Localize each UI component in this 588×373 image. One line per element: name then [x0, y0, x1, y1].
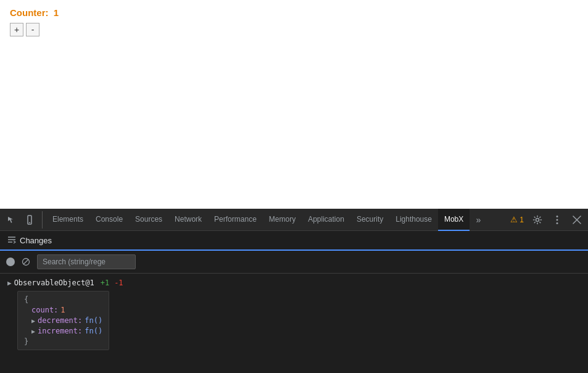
object-inspector: { count: 1 ▶ decrement: fn() ▶ increment… — [17, 291, 109, 350]
decrement-key: decrement: — [38, 316, 82, 325]
close-brace: } — [24, 337, 28, 346]
counter-label: Counter: 1 — [10, 7, 578, 18]
svg-point-5 — [557, 222, 558, 224]
increment-key: increment: — [38, 327, 82, 335]
svg-point-3 — [557, 216, 558, 217]
tab-security[interactable]: Security — [350, 209, 389, 231]
increment-button[interactable]: + — [10, 23, 23, 36]
main-page: Counter: 1 + - — [0, 0, 588, 209]
decrement-row: ▶ decrement: fn() — [31, 316, 102, 325]
tab-elements[interactable]: Elements — [46, 209, 89, 231]
decrement-button[interactable]: - — [26, 23, 39, 36]
tab-lighthouse[interactable]: Lighthouse — [389, 209, 438, 231]
observable-tree: ▶ ObservableObject@1 +1 -1 { count: 1 ▶ … — [0, 274, 588, 373]
tab-mobx[interactable]: MobX — [438, 209, 470, 231]
inspect-element-button[interactable] — [2, 211, 20, 228]
changes-icon — [7, 235, 16, 246]
svg-point-4 — [557, 219, 558, 220]
changes-title: Changes — [20, 236, 52, 245]
devtools-toolbar: Elements Console Sources Network Perform… — [0, 209, 588, 231]
increment-value: fn() — [85, 327, 102, 335]
tab-memory[interactable]: Memory — [263, 209, 302, 231]
observable-row: ▶ ObservableObject@1 +1 -1 — [7, 279, 581, 287]
observable-name: ObservableObject@1 — [14, 279, 94, 287]
search-input[interactable] — [37, 254, 136, 269]
clear-changes-button[interactable] — [20, 256, 32, 268]
tab-console[interactable]: Console — [89, 209, 129, 231]
changes-controls — [0, 251, 588, 274]
open-brace: { — [24, 295, 28, 304]
count-row: count: 1 — [31, 306, 102, 314]
tree-expand-arrow[interactable]: ▶ — [7, 279, 12, 287]
tab-network[interactable]: Network — [168, 209, 208, 231]
settings-button[interactable] — [529, 211, 546, 228]
diff-add: +1 — [101, 279, 109, 287]
decrement-expand[interactable]: ▶ — [31, 317, 35, 324]
counter-text: Counter: — [10, 7, 49, 18]
counter-buttons: + - — [10, 23, 578, 36]
record-button[interactable] — [6, 258, 15, 266]
more-tabs-button[interactable]: » — [470, 211, 487, 228]
toolbar-right: ⚠ 1 — [508, 211, 586, 228]
warning-icon: ⚠ — [510, 215, 518, 224]
changes-panel: Changes ▶ ObservableObject@1 +1 -1 — [0, 231, 588, 373]
changes-header: Changes — [0, 231, 588, 251]
more-options-button[interactable] — [549, 211, 566, 228]
decrement-value: fn() — [85, 316, 102, 325]
devtools-tabs: Elements Console Sources Network Perform… — [46, 209, 508, 231]
tab-sources[interactable]: Sources — [129, 209, 168, 231]
diff-remove: -1 — [114, 279, 123, 287]
tab-application[interactable]: Application — [302, 209, 350, 231]
tab-performance[interactable]: Performance — [208, 209, 263, 231]
devtools-panel: Elements Console Sources Network Perform… — [0, 209, 588, 373]
count-value: 1 — [60, 306, 65, 314]
toolbar-icons — [2, 211, 43, 228]
increment-expand[interactable]: ▶ — [31, 328, 35, 335]
warning-count: 1 — [520, 216, 524, 224]
close-devtools-button[interactable] — [568, 211, 586, 228]
increment-row: ▶ increment: fn() — [31, 327, 102, 335]
device-toggle-button[interactable] — [21, 211, 38, 228]
counter-value: 1 — [54, 7, 59, 18]
count-key: count: — [31, 306, 58, 314]
svg-point-2 — [536, 218, 539, 221]
warning-badge[interactable]: ⚠ 1 — [508, 214, 526, 225]
svg-line-12 — [23, 259, 28, 264]
